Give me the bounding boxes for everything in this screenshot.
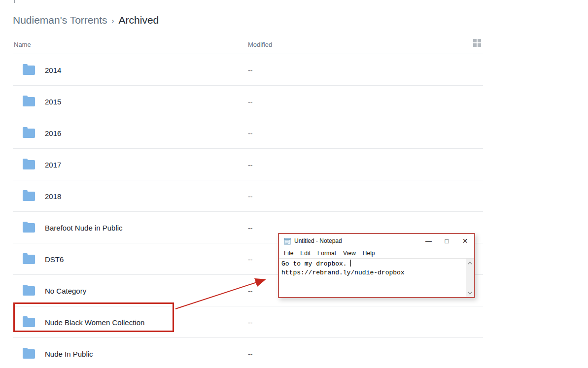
notepad-menubar: File Edit Format View Help	[279, 248, 474, 258]
file-name[interactable]: 2015	[45, 98, 61, 106]
menu-help[interactable]: Help	[359, 249, 379, 258]
window-title: Untitled - Notepad	[294, 237, 419, 244]
table-row[interactable]: Nude In Public --	[13, 338, 483, 368]
folder-icon	[23, 129, 35, 138]
menu-format[interactable]: Format	[314, 249, 340, 258]
text-caret	[350, 260, 351, 267]
menu-edit[interactable]: Edit	[297, 249, 314, 258]
file-list: 2014 -- 2015 -- 2016 -- 2017 -- 2018 -- …	[13, 54, 483, 368]
folder-icon	[23, 318, 35, 327]
folder-icon	[23, 97, 35, 106]
file-modified: --	[248, 256, 252, 264]
column-header-name[interactable]: Name	[14, 41, 31, 48]
file-name[interactable]: No Category	[45, 287, 86, 295]
text-line: https://rebrand.ly/nudie-dropbox	[281, 268, 466, 277]
close-button[interactable]: ✕	[456, 234, 474, 248]
breadcrumb: Nudieman's Torrents › Archived	[13, 14, 159, 26]
file-modified: --	[248, 67, 252, 74]
folder-icon	[23, 255, 35, 264]
table-row[interactable]: 2015 --	[13, 86, 483, 117]
file-table: Name Modified 2014 -- 2015 -- 2016 -- 20…	[13, 37, 483, 368]
file-name[interactable]: 2016	[45, 129, 61, 137]
file-modified: --	[248, 287, 252, 295]
file-modified: --	[248, 130, 252, 137]
file-modified: --	[248, 319, 252, 327]
folder-icon	[23, 349, 35, 359]
notepad-text-area[interactable]: Go to my dropbox. https://rebrand.ly/nud…	[279, 259, 466, 297]
file-name[interactable]: 2017	[45, 161, 61, 169]
page-title: Archived	[119, 14, 159, 26]
table-row[interactable]: 2016 --	[13, 117, 483, 149]
notepad-window: Untitled - Notepad — □ ✕ File Edit Forma…	[278, 233, 475, 298]
dropbox-file-browser: Nudieman's Torrents › Archived Name Modi…	[0, 0, 588, 368]
file-modified: --	[248, 161, 252, 169]
file-name[interactable]: DST6	[45, 255, 64, 264]
menu-file[interactable]: File	[280, 249, 297, 258]
folder-icon	[23, 286, 35, 296]
folder-icon	[23, 192, 35, 201]
file-modified: --	[248, 98, 252, 106]
file-name[interactable]: 2018	[45, 192, 61, 201]
menu-view[interactable]: View	[340, 249, 359, 258]
minimize-button[interactable]: —	[419, 234, 438, 248]
folder-icon	[23, 66, 35, 75]
breadcrumb-parent-link[interactable]: Nudieman's Torrents	[13, 14, 107, 26]
notepad-titlebar[interactable]: Untitled - Notepad — □ ✕	[279, 234, 474, 248]
scroll-up-icon[interactable]	[466, 259, 474, 267]
file-modified: --	[248, 193, 252, 201]
grid-view-icon[interactable]	[473, 39, 482, 48]
table-row[interactable]: 2018 --	[13, 180, 483, 212]
table-header: Name Modified	[13, 37, 483, 54]
table-row[interactable]: Nude Black Women Collection --	[13, 306, 483, 338]
notepad-icon	[283, 237, 291, 245]
file-name[interactable]: Nude Black Women Collection	[45, 318, 144, 327]
file-name[interactable]: Barefoot Nude in Public	[45, 224, 123, 232]
file-modified: --	[248, 224, 252, 232]
folder-icon	[23, 160, 35, 169]
folder-icon	[23, 223, 35, 233]
chevron-right-icon: ›	[112, 16, 114, 25]
text-line: Go to my dropbox.	[281, 260, 466, 268]
corner-tick	[14, 0, 15, 3]
notepad-scrollbar[interactable]	[466, 259, 474, 297]
maximize-button[interactable]: □	[438, 234, 456, 248]
file-name[interactable]: Nude In Public	[45, 350, 93, 358]
table-row[interactable]: 2017 --	[13, 149, 483, 180]
file-name[interactable]: 2014	[45, 66, 61, 74]
file-modified: --	[248, 350, 252, 358]
scroll-down-icon[interactable]	[466, 289, 474, 297]
table-row[interactable]: 2014 --	[13, 54, 483, 86]
column-header-modified[interactable]: Modified	[248, 41, 272, 48]
